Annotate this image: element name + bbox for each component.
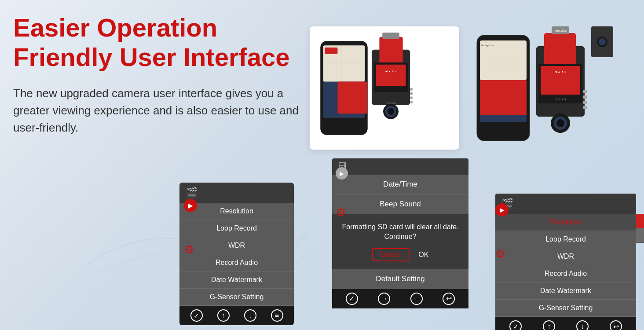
- svg-rect-29: [480, 80, 527, 115]
- cancel-button[interactable]: Cancel: [372, 248, 410, 261]
- resolution-fhd[interactable]: FHD P30: [636, 214, 644, 228]
- dialog-text: Formatting SD card will clear all date. …: [339, 222, 461, 242]
- right-menu-list: Resolution FHD P30 HD P30 Loop Record WD…: [495, 214, 636, 317]
- right-menu-gsensor[interactable]: G-Sensor Setting: [495, 300, 636, 317]
- dialog-buttons: Cancel OK: [339, 248, 461, 261]
- svg-text:Navigation: Navigation: [481, 44, 494, 47]
- middle-menu-datetime[interactable]: Date/Time: [332, 175, 468, 194]
- menu-item-record-audio[interactable]: Record Audio: [179, 254, 294, 271]
- svg-rect-15: [410, 88, 413, 91]
- ok-button[interactable]: OK: [418, 251, 428, 259]
- svg-rect-43: [583, 106, 587, 109]
- back-icon-right[interactable]: ↩: [610, 320, 622, 330]
- right-panel-bottom-bar: ✓ ↑ ↓ ↩: [495, 317, 636, 330]
- settings-icon-middle: ⚙: [336, 206, 348, 220]
- svg-text:mercylion: mercylion: [337, 38, 350, 41]
- right-menu-watermark[interactable]: Date Watermark: [495, 282, 636, 300]
- menu-item-date-watermark[interactable]: Date Watermark: [179, 271, 294, 289]
- svg-rect-41: [583, 95, 587, 99]
- right-panel-side-icons: ▶ ⚙: [495, 203, 509, 261]
- hero-text-section: Easier Operation Friendly User Interface…: [13, 13, 312, 136]
- down-icon-right[interactable]: ↓: [576, 320, 589, 330]
- settings-icon-left: ⚙: [184, 243, 197, 257]
- hero-description: The new upgraded camera user interface g…: [13, 85, 312, 136]
- svg-rect-6: [325, 48, 337, 54]
- svg-point-39: [556, 119, 564, 127]
- right-panel-header: 🎬: [495, 194, 636, 214]
- main-title: Easier Operation Friendly User Interface: [13, 13, 312, 72]
- video-play-icon-left: ▶: [184, 199, 197, 212]
- middle-menu-list: Date/Time Beep Sound Formatting SD card …: [332, 175, 468, 289]
- format-dialog: Formatting SD card will clear all date. …: [332, 214, 468, 269]
- left-panel-side-icons: ▶ ⚙: [184, 199, 197, 257]
- svg-point-14: [388, 108, 395, 115]
- menu-icon-left[interactable]: ≡: [271, 309, 283, 322]
- product-mockup-right-svg: Navigation mercylion ◀ ▲ ▼ ≡ 2021/11/14: [472, 22, 631, 180]
- svg-rect-19: [382, 33, 399, 39]
- resolution-hd[interactable]: HD P30: [636, 228, 644, 243]
- middle-menu-beep[interactable]: Beep Sound: [332, 194, 468, 214]
- check-icon-middle[interactable]: ✓: [346, 293, 358, 305]
- product-mockup-left-svg: mercylion ◀ ▲ ▼ ≡ 2021/11/14: [316, 31, 453, 145]
- svg-rect-17: [410, 96, 413, 99]
- svg-rect-34: [544, 33, 576, 68]
- svg-text:2021/11/14: 2021/11/14: [385, 103, 396, 105]
- svg-rect-40: [583, 90, 587, 93]
- left-panel-bottom-bar: ✓ ↑ ↓ ≡: [179, 306, 294, 325]
- svg-rect-9: [379, 37, 402, 65]
- middle-panel-header: 🎞: [332, 158, 468, 175]
- product-image-left: mercylion ◀ ▲ ▼ ≡ 2021/11/14: [310, 26, 459, 150]
- middle-menu-default[interactable]: Default Setting: [332, 269, 468, 289]
- svg-rect-42: [583, 101, 587, 104]
- right-menu-resolution[interactable]: Resolution FHD P30 HD P30: [495, 214, 636, 231]
- title-line1: Easier Operation: [13, 13, 217, 42]
- video-play-icon-middle: ▶: [336, 167, 348, 180]
- svg-text:◀ ▲ ▼ ≡: ◀ ▲ ▼ ≡: [555, 70, 566, 73]
- svg-rect-18: [410, 101, 413, 103]
- check-icon-right[interactable]: ✓: [509, 320, 522, 330]
- down-icon-left[interactable]: ↓: [244, 309, 256, 322]
- middle-panel-side-icons: ▶ ⚙: [336, 167, 348, 220]
- menu-item-gsensor[interactable]: G-Sensor Setting: [179, 289, 294, 306]
- svg-rect-7: [337, 81, 367, 114]
- product-image-right: Navigation mercylion ◀ ▲ ▼ ≡ 2021/11/14: [468, 18, 635, 185]
- resolution-dropdown: FHD P30 HD P30: [636, 214, 644, 243]
- svg-text:2021/11/14: 2021/11/14: [555, 98, 566, 101]
- right-icon-middle[interactable]: →: [378, 293, 390, 305]
- svg-rect-11: [376, 65, 406, 86]
- video-play-icon-right: ▶: [495, 203, 509, 216]
- right-menu-loop[interactable]: Loop Record: [495, 231, 636, 248]
- svg-point-32: [599, 38, 606, 45]
- right-menu-wdr[interactable]: WDR: [495, 248, 636, 265]
- middle-ui-panel: 🎞 Date/Time Beep Sound Formatting SD car…: [332, 158, 468, 308]
- svg-rect-16: [410, 92, 413, 95]
- check-icon-left[interactable]: ✓: [190, 309, 203, 322]
- settings-icon-right: ⚙: [495, 247, 509, 261]
- middle-panel-bottom-bar: ✓ → ← ↩: [332, 289, 468, 308]
- svg-text:mercylion: mercylion: [554, 29, 567, 33]
- up-icon-right[interactable]: ↑: [543, 320, 555, 330]
- back-icon-middle[interactable]: ↩: [443, 293, 455, 305]
- up-icon-left[interactable]: ↑: [217, 309, 230, 322]
- left-icon-middle[interactable]: ←: [410, 293, 423, 305]
- svg-text:◀ ▲ ▼ ≡: ◀ ▲ ▼ ≡: [385, 70, 396, 73]
- film-icon-left: 🎬: [186, 187, 198, 198]
- right-ui-panel: 🎬 Resolution FHD P30 HD P30 Loop Record …: [495, 194, 636, 330]
- right-menu-audio[interactable]: Record Audio: [495, 265, 636, 282]
- title-line2: Friendly User Interface: [13, 43, 290, 71]
